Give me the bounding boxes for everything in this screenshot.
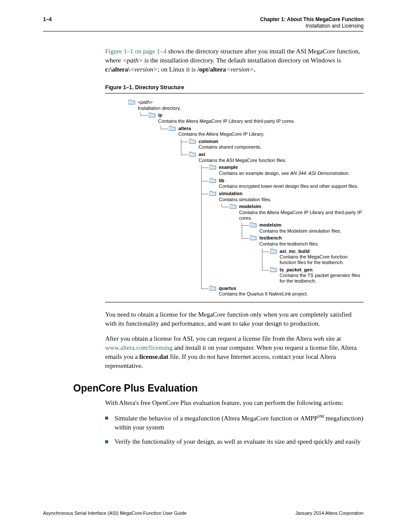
- folder-icon: [169, 126, 176, 131]
- tree-node-ip: ip Contains the Altera MegaCore IP Libra…: [149, 112, 364, 297]
- tree-node-common: common Contains shared components.: [189, 139, 364, 150]
- figure-crossref-link[interactable]: Figure 1–1 on page 1–4: [105, 48, 166, 55]
- tree-node-lib: lib Contains encrypted lower-level desig…: [209, 178, 364, 189]
- page-number: 1–4: [43, 16, 52, 23]
- tree-node-ts-packet-gen: ts_packet_gen Contains the TS packet gen…: [270, 267, 364, 284]
- chapter-title: Chapter 1: About This MegaCore Function: [260, 16, 364, 23]
- folder-icon: [209, 286, 216, 291]
- folder-icon: [128, 100, 135, 105]
- folder-icon: [270, 249, 277, 254]
- tree-node-testbench: testbench Contains the testbench files. …: [250, 235, 364, 283]
- folder-icon: [270, 267, 277, 272]
- footer-doc-title: Asynchronous Serial Interface (ASI) Mega…: [43, 510, 187, 516]
- page-header: 1–4 Chapter 1: About This MegaCore Funct…: [43, 16, 364, 29]
- footer-date-company: January 2014 Altera Corporation: [296, 510, 364, 516]
- page-footer: Asynchronous Serial Interface (ASI) Mega…: [43, 510, 364, 516]
- folder-icon: [230, 204, 237, 209]
- header-rule: [43, 31, 364, 31]
- figure-bottom-rule: [105, 302, 364, 302]
- directory-tree: <path> Installation directory. ip Contai…: [128, 100, 364, 297]
- folder-icon: [209, 165, 216, 170]
- tree-node-modelsim-1: modelsim Contains the Altera MegaCore IP…: [230, 204, 364, 283]
- figure-caption: Figure 1–1. Directory Structure: [105, 84, 364, 90]
- tree-node-asi: asi Contains the ASI MegaCore function f…: [189, 152, 364, 297]
- opencore-intro: With Altera's free OpenCore Plus evaluat…: [105, 398, 364, 408]
- folder-icon: [209, 191, 216, 196]
- tree-node-altera: altera Contains the Altera MegaCore IP L…: [169, 126, 364, 297]
- intro-paragraph: Figure 1–1 on page 1–4 shows the directo…: [105, 47, 364, 74]
- bullet-simulate: Simulate the behavior of a megafunction …: [105, 414, 364, 432]
- license-paragraph: You need to obtain a license for the Meg…: [105, 310, 364, 328]
- folder-icon: [189, 152, 196, 157]
- tree-node-path: <path> Installation directory. ip Contai…: [128, 100, 364, 297]
- header-right: Chapter 1: About This MegaCore Function …: [260, 16, 364, 29]
- folder-icon: [250, 222, 257, 227]
- folder-icon: [209, 178, 216, 183]
- opencore-heading: OpenCore Plus Evaluation: [73, 383, 364, 394]
- license-request-paragraph: After you obtain a license for ASI, you …: [105, 334, 364, 370]
- tree-node-asi-mc-build: asi_mc_build Contains the MegaCore funct…: [270, 249, 364, 265]
- folder-icon: [149, 112, 156, 118]
- tree-node-simulation: simulation Contains simulation files. mo…: [209, 191, 364, 284]
- figure-top-rule: [105, 93, 364, 93]
- tree-node-example: example Contains an example design, see …: [209, 165, 364, 176]
- section-title: Installation and Licensing: [260, 23, 364, 29]
- folder-icon: [189, 139, 196, 144]
- folder-icon: [250, 235, 257, 240]
- opencore-bullets: Simulate the behavior of a megafunction …: [105, 414, 364, 446]
- licensing-link[interactable]: www.altera.com/licensing: [105, 344, 172, 351]
- bullet-verify: Verify the functionality of your design,…: [105, 437, 364, 446]
- tree-node-quartus: quartus Contains the Quartus II NativeLi…: [209, 286, 364, 297]
- tree-node-modelsim-2: modelsim Contains the Modelsim simulatio…: [250, 222, 364, 233]
